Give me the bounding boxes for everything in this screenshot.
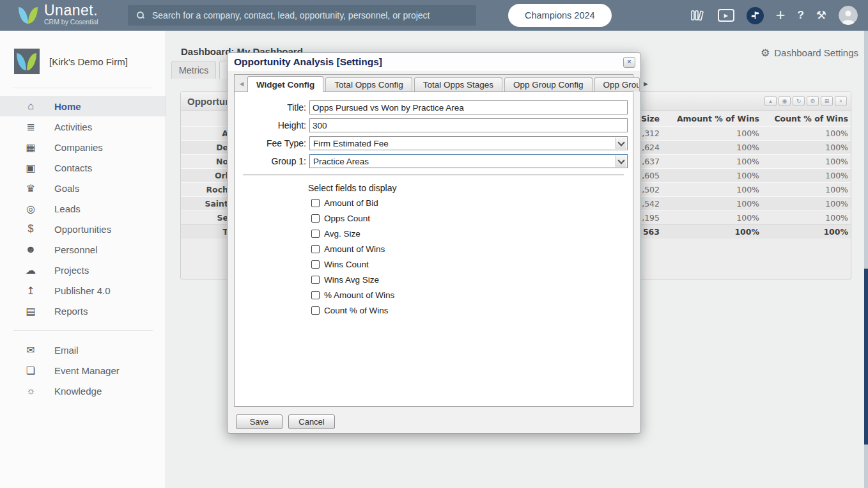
firm-header: [Kirk's Demo Firm] <box>0 31 166 74</box>
cancel-button[interactable]: Cancel <box>288 414 335 429</box>
checkbox-opps-count[interactable]: Opps Count <box>311 214 633 223</box>
checkbox-pct-amount-of-wins[interactable]: % Amount of Wins <box>311 290 633 300</box>
close-icon[interactable]: × <box>623 57 635 68</box>
sidebar-item-label: Leads <box>54 203 81 214</box>
checkbox-label: Wins Avg Size <box>324 275 379 285</box>
sidebar-item-home[interactable]: ⌂Home <box>0 96 166 116</box>
checkbox-wins-count[interactable]: Wins Count <box>311 260 633 269</box>
checkbox-input[interactable] <box>311 230 320 238</box>
tab-scroll-right-icon[interactable]: ▶ <box>642 77 651 90</box>
scrollbar-thumb[interactable] <box>864 269 868 445</box>
refresh-icon[interactable]: ↻ <box>793 96 805 106</box>
logo-title: Unanet. <box>44 3 98 17</box>
checkbox-input[interactable] <box>311 260 320 269</box>
checkbox-input[interactable] <box>311 214 320 223</box>
group1-label: Group 1: <box>235 156 306 166</box>
email-icon: ✉ <box>24 344 37 356</box>
sidebar-item-contacts[interactable]: ▣Contacts <box>0 157 166 178</box>
sidebar-item-label: Event Manager <box>54 365 120 376</box>
title-input[interactable] <box>309 100 628 114</box>
checkbox-input[interactable] <box>311 306 320 315</box>
checkbox-amount-of-bid[interactable]: Amount of Bid <box>311 198 633 208</box>
sidebar-item-reports[interactable]: ▤Reports <box>0 301 166 321</box>
chevron-down-icon <box>616 155 626 167</box>
group1-select[interactable]: Practice Areas <box>309 154 628 168</box>
collapse-icon[interactable]: ▴ <box>764 96 777 106</box>
height-input[interactable] <box>309 118 628 132</box>
sidebar-item-label: Projects <box>54 265 89 276</box>
add-icon[interactable]: + <box>776 6 786 24</box>
col-header-amount: Amount % of Wins <box>662 114 762 123</box>
sidebar-nav: ⌂Home ≣Activities ▦Companies ▣Contacts ♛… <box>0 96 166 401</box>
checkbox-amount-of-wins[interactable]: Amount of Wins <box>311 244 633 254</box>
tab-opp-group-stages[interactable]: Opp Grou <box>594 77 640 91</box>
publisher-icon: ↥ <box>24 285 37 297</box>
checkbox-avg-size[interactable]: Avg. Size <box>311 229 633 239</box>
global-search[interactable] <box>128 5 476 26</box>
tab-scroll-left-icon[interactable]: ◀ <box>237 77 246 90</box>
tab-total-opps-stages[interactable]: Total Opps Stages <box>414 77 502 91</box>
save-button[interactable]: Save <box>236 414 283 429</box>
sidebar-item-event-manager[interactable]: ❏Event Manager <box>0 360 166 381</box>
close-widget-icon[interactable]: × <box>835 96 847 106</box>
top-header: Unanet. CRM by Cosential Champions 2024 … <box>0 0 868 31</box>
fee-type-value: Firm Estimated Fee <box>310 139 389 148</box>
widget-settings-icon[interactable]: ⚙ <box>807 96 819 106</box>
home-icon: ⌂ <box>24 100 37 112</box>
champions-2024-button[interactable]: Champions 2024 <box>508 4 612 27</box>
sidebar-item-email[interactable]: ✉Email <box>0 340 166 360</box>
sidebar-divider <box>13 330 153 331</box>
checkbox-input[interactable] <box>311 199 320 207</box>
modal-panel: ◀ Widget Config Total Opps Config Total … <box>234 74 633 407</box>
widget-title: Opportur <box>187 96 229 107</box>
sidebar-item-companies[interactable]: ▦Companies <box>0 137 166 157</box>
search-input[interactable] <box>151 10 476 21</box>
modal-titlebar: Opportunity Analysis [Settings] × <box>228 53 640 71</box>
tab-opp-group-config[interactable]: Opp Group Config <box>504 77 593 91</box>
sidebar-item-publisher[interactable]: ↥Publisher 4.0 <box>0 280 166 301</box>
checkbox-input[interactable] <box>311 276 320 284</box>
library-icon[interactable] <box>690 9 706 22</box>
help-icon[interactable]: ? <box>797 9 803 22</box>
sidebar-item-label: Reports <box>54 306 88 317</box>
video-icon[interactable]: ▶ <box>718 9 734 22</box>
projects-icon: ☁ <box>24 264 37 276</box>
sidebar-item-label: Personnel <box>54 244 98 255</box>
opportunities-icon: $ <box>24 223 37 235</box>
sidebar-item-leads[interactable]: ◎Leads <box>0 198 166 219</box>
sidebar-item-label: Companies <box>54 142 103 153</box>
snapshot-icon[interactable]: ◉ <box>779 96 791 106</box>
sidebar-item-label: Email <box>54 345 79 356</box>
checkbox-input[interactable] <box>311 291 320 299</box>
sidebar-item-label: Activities <box>54 122 92 132</box>
checkbox-count-pct-of-wins[interactable]: Count % of Wins <box>311 306 633 315</box>
sidebar-item-opportunities[interactable]: $Opportunities <box>0 219 166 239</box>
dashboard-settings-button[interactable]: ⚙ Dashboard Settings <box>761 47 858 59</box>
checkbox-wins-avg-size[interactable]: Wins Avg Size <box>311 275 633 285</box>
tab-total-opps-config[interactable]: Total Opps Config <box>325 77 412 91</box>
tab-widget-config[interactable]: Widget Config <box>247 76 323 92</box>
page-scrollbar[interactable] <box>864 31 868 488</box>
tab-metrics[interactable]: Metrics <box>171 61 216 79</box>
sidebar-item-activities[interactable]: ≣Activities <box>0 116 166 137</box>
sidebar-item-personnel[interactable]: ☻Personnel <box>0 239 166 260</box>
unanet-logo-icon <box>18 4 38 26</box>
left-sidebar: [Kirk's Demo Firm] ⌂Home ≣Activities ▦Co… <box>0 31 166 488</box>
sidebar-item-knowledge[interactable]: ☼Knowledge <box>0 381 166 401</box>
modal-title: Opportunity Analysis [Settings] <box>234 56 382 68</box>
sidebar-item-goals[interactable]: ♛Goals <box>0 178 166 198</box>
breadcrumb-label: Dashboard: <box>181 46 234 57</box>
checkbox-label: Amount of Wins <box>324 244 385 254</box>
sidebar-item-label: Home <box>54 101 81 112</box>
guidepost-icon[interactable] <box>747 7 764 24</box>
gear-icon: ⚙ <box>761 47 770 59</box>
user-avatar[interactable] <box>839 6 858 25</box>
checkbox-input[interactable] <box>311 245 320 253</box>
checkbox-label: Avg. Size <box>324 229 360 239</box>
sidebar-item-projects[interactable]: ☁Projects <box>0 260 166 280</box>
unanet-logo: Unanet. CRM by Cosential <box>18 3 98 26</box>
dashboard-settings-label: Dashboard Settings <box>774 47 858 58</box>
fee-type-select[interactable]: Firm Estimated Fee <box>309 136 628 150</box>
admin-tools-icon[interactable]: ⚒ <box>816 8 826 22</box>
export-icon[interactable]: ⊞ <box>821 96 833 106</box>
